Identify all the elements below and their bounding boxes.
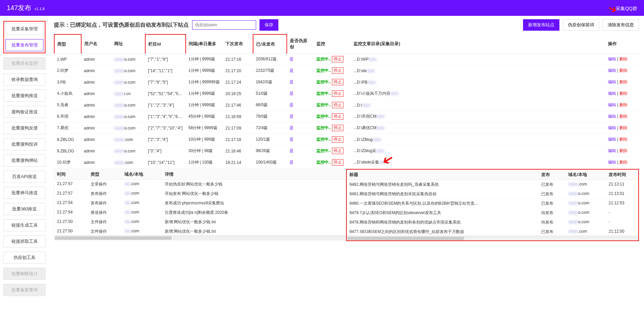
cell-monitor: 监控中.. 停止 (314, 134, 351, 145)
cell-user: admin (81, 145, 112, 157)
tip-text: 提示：已绑定站点，可设置伪原创后自动发布到以下站点 (54, 22, 189, 29)
delete-link[interactable]: 删除 (619, 68, 627, 73)
sidebar-item-shenma-push[interactable]: 批量神马推送 (3, 187, 45, 199)
delete-link[interactable]: 删除 (619, 137, 627, 142)
scrollbar-thumb[interactable] (347, 237, 464, 240)
cell-ops: 编辑 | 删除 (605, 134, 639, 145)
add-site-button[interactable]: 新增发布站点 (523, 19, 559, 31)
cell-pub: 86/5篇 (253, 99, 287, 111)
cell-monitor: 监控中.. 停止 (314, 77, 351, 88)
cell-next: 21:17:09 (223, 122, 253, 134)
log-left-body[interactable]: 21:27:57文章操作xxx.com开始伪原创:网站优化一般多少钱21:27:… (54, 180, 346, 235)
th-ops: 操作 (605, 34, 639, 54)
edit-link[interactable]: 编辑 (608, 103, 616, 107)
lh-type: 类型 (91, 171, 124, 177)
delete-link[interactable]: 删除 (619, 160, 627, 165)
cell-pseudo: 是 (287, 145, 314, 157)
sidebar-item-sogou-feedback[interactable]: 批量搜狗反馈 (3, 122, 45, 134)
cell-next: 21:17:24 (223, 77, 253, 88)
th-url: 网址 (112, 34, 145, 54)
cell-monitor: 监控中.. 停止 (314, 122, 351, 134)
cell-pub: 120/1篇 (253, 134, 287, 145)
cell-monitor: 监控中.. 停止 (314, 65, 351, 77)
table-row: 3.PBadminxxxxxo.com["7","9","5"]1分钟 | 99… (54, 77, 639, 88)
cell-next: 21:17:46 (223, 99, 253, 111)
cell-url: xxxxxo.com (112, 77, 145, 88)
cell-user: admin (81, 54, 112, 65)
sidebar-item-sogou-push[interactable]: 批量搜狗推送 (3, 90, 45, 102)
delete-link[interactable]: 删除 (619, 57, 627, 61)
sidebar-item-baidu-api[interactable]: 百度API推送 (3, 171, 45, 183)
edit-link[interactable]: 编辑 (608, 68, 616, 73)
cell-interval: 1分钟 | 100篇 (186, 157, 223, 168)
log-row: 9477.SEO和SEM之间的区别和优劣势有哪些_站群发布千万数据已发布xxxx… (347, 227, 638, 236)
sidebar-item-sogou-complain[interactable]: 批量搜狗投诉 (3, 138, 45, 150)
cell-type: 8.ZBLOG (54, 134, 81, 145)
edit-link[interactable]: 编辑 (608, 125, 616, 130)
table-row: 7.易优adminxxxxxo.com["2","7","3","10","4"… (54, 122, 639, 134)
cell-ops: 编辑 | 删除 (605, 122, 639, 134)
stop-button[interactable]: 停止 (332, 136, 343, 143)
sidebar-item-link-gen[interactable]: 链接生成工具 (3, 219, 45, 231)
log-row: 21:27:50文件操作xxx.com新增:网站优化一般多少钱.txt (54, 227, 346, 235)
sidebar-item-sogou-bind[interactable]: 批量搜狗绑站 (3, 154, 45, 167)
save-button[interactable]: 保存 (259, 19, 278, 31)
delete-link[interactable]: 删除 (619, 125, 627, 130)
stop-button[interactable]: 停止 (332, 56, 343, 62)
cell-pub: 98/26篇 (253, 145, 287, 157)
cell-user: admin (81, 122, 112, 134)
delete-link[interactable]: 删除 (619, 114, 627, 119)
cell-user: admin (81, 157, 112, 168)
keep-word-button[interactable]: 伪原创保留词 (563, 19, 599, 31)
edit-link[interactable]: 编辑 (608, 57, 616, 61)
table-row: 2.织梦adminxxxxxo.com["14","11","1"]1分钟 | … (54, 65, 639, 77)
cell-colid: ["52","51","54","55"] (145, 88, 186, 99)
cell-ops: 编辑 | 删除 (605, 99, 639, 111)
edit-link[interactable]: 编辑 (608, 114, 616, 119)
stop-button[interactable]: 停止 (332, 113, 343, 120)
delete-link[interactable]: 删除 (619, 80, 627, 84)
cell-colid: ["14","11","1"] (145, 65, 186, 77)
delete-link[interactable]: 删除 (619, 148, 627, 153)
cell-path: ...D:\xxxx (351, 99, 605, 111)
cell-type: 3.PB (54, 77, 81, 88)
table-header-row: 类型 用户名 网址 栏目id 间隔|单日最多 下次发布 已/未发布 是否伪原创 … (54, 34, 639, 54)
scrollbar-thumb[interactable] (55, 236, 172, 240)
stop-button[interactable]: 停止 (332, 148, 343, 154)
sidebar-item-index-query[interactable]: 收录数据查询 (3, 74, 45, 86)
scrollbar-horizontal[interactable] (54, 235, 346, 240)
edit-link[interactable]: 编辑 (608, 160, 616, 165)
clear-info-button[interactable]: 清除发布信息 (603, 19, 639, 31)
stop-button[interactable]: 停止 (332, 125, 343, 131)
cell-colid: ["1","3","4","5","6","7"] (145, 111, 186, 122)
qq-group-link[interactable]: 采集QQ群 (616, 6, 637, 12)
log-right-header: 标题 发布 域名/本地 发布时间 (347, 170, 638, 180)
delete-link[interactable]: 删除 (619, 103, 627, 107)
pseudo-token-input[interactable] (192, 20, 256, 30)
cell-pub: 76/0篇 (253, 111, 287, 122)
stop-button[interactable]: 停止 (332, 67, 343, 74)
table-row: 5.迅睿adminxxxxxo.com["1","2","3","4"]1分钟 … (54, 99, 639, 111)
sidebar-item-sogou-verify[interactable]: 搜狗验证推送 (3, 106, 45, 118)
sidebar-item-pseudo-tool[interactable]: 伪原创工具 (3, 252, 45, 264)
edit-link[interactable]: 编辑 (608, 91, 616, 96)
delete-link[interactable]: 删除 (619, 91, 627, 96)
stop-button[interactable]: 停止 (332, 102, 343, 108)
cell-pub: 100/1400篇 (253, 157, 287, 168)
edit-link[interactable]: 编辑 (608, 80, 616, 84)
stop-button[interactable]: 停止 (332, 159, 343, 166)
stop-button[interactable]: 停止 (332, 79, 343, 85)
sidebar-item-publish-manage[interactable]: 批量发布管理 (5, 39, 43, 51)
stop-button[interactable]: 停止 (332, 90, 343, 97)
sidebar-item-360-push[interactable]: 批量360推送 (3, 203, 45, 215)
sidebar-item-collect-manage[interactable]: 批量采集管理 (5, 23, 43, 35)
cell-pseudo: 是 (287, 134, 314, 145)
scrollbar-horizontal[interactable] (347, 236, 638, 240)
edit-link[interactable]: 编辑 (608, 137, 616, 142)
table-row: 6.帝国adminxxxxxo.com["1","3","4","5","6",… (54, 111, 639, 122)
log-right-body[interactable]: 9482.网络营销与网络营销有差别吗_迅睿采集系统已发布xxxxx.com21:… (347, 180, 638, 236)
cell-ops: 编辑 | 删除 (605, 157, 639, 168)
cell-next: 21:17:16 (223, 54, 253, 65)
edit-link[interactable]: 编辑 (608, 148, 616, 153)
sidebar-item-link-crawl[interactable]: 链接抓取工具 (3, 235, 45, 248)
